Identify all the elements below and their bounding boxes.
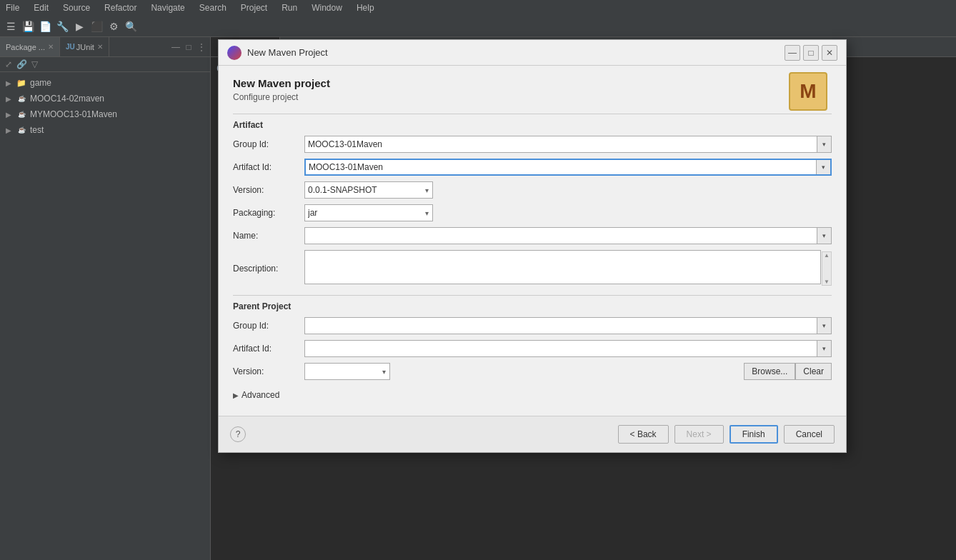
menu-refactor[interactable]: Refactor: [101, 1, 139, 14]
parent-artifact-id-dropdown[interactable]: ▾: [817, 341, 831, 356]
tree-item-mymooc13[interactable]: ▶ ☕ MYMOOC13-01Maven: [0, 106, 210, 122]
dialog-footer: ? < Back Next > Finish Cancel: [219, 416, 846, 452]
menu-project[interactable]: Project: [238, 1, 270, 14]
artifact-packaging-label: Packaging:: [233, 208, 304, 218]
artifact-artifact-id-input[interactable]: ▾: [304, 159, 832, 176]
java-icon-mooc14: ☕: [16, 93, 27, 104]
advanced-section[interactable]: ▶ Advanced: [233, 386, 832, 404]
menu-file[interactable]: File: [3, 1, 22, 14]
tree-label-test: test: [30, 125, 44, 135]
artifact-name-input[interactable]: ▾: [304, 227, 832, 244]
maven-icon-large: M: [789, 72, 832, 115]
back-button[interactable]: < Back: [618, 425, 669, 444]
tree-item-test[interactable]: ▶ ☕ test: [0, 122, 210, 138]
tree-label-mymooc13: MYMOOC13-01Maven: [30, 109, 117, 119]
artifact-artifact-id-row: Artifact Id: ▾: [233, 159, 832, 176]
clear-button[interactable]: Clear: [795, 363, 832, 380]
parent-group-id-field[interactable]: [305, 318, 831, 334]
toolbar-btn-4[interactable]: 🔧: [54, 19, 70, 34]
tab-package-explorer[interactable]: Package ... ✕: [0, 37, 60, 56]
help-button[interactable]: ?: [230, 426, 246, 442]
tab-junit[interactable]: JU JUnit ✕: [60, 37, 109, 56]
artifact-section-label: Artifact: [233, 114, 832, 130]
description-scrollbar[interactable]: ▲ ▼: [822, 251, 832, 286]
tree-item-mooc14[interactable]: ▶ ☕ MOOC14-02maven: [0, 91, 210, 106]
advanced-arrow-icon: ▶: [233, 391, 239, 399]
dialog-subheading: Configure project: [233, 92, 832, 102]
artifact-version-select-wrapper: 0.0.1-SNAPSHOT ▾: [304, 181, 433, 199]
tree-item-game[interactable]: ▶ 📁 game: [0, 75, 210, 91]
parent-group-id-dropdown[interactable]: ▾: [817, 318, 831, 334]
tree-arrow-game: ▶: [6, 79, 14, 87]
view-menu-icon[interactable]: ▽: [29, 59, 40, 70]
panel-maximize-icon[interactable]: □: [183, 41, 194, 53]
toolbar-btn-5[interactable]: ▶: [71, 19, 87, 34]
next-button[interactable]: Next >: [674, 425, 724, 444]
advanced-label: Advanced: [242, 390, 279, 400]
toolbar-btn-7[interactable]: ⚙: [106, 19, 121, 34]
parent-artifact-id-field[interactable]: [305, 341, 831, 356]
java-icon-mymooc13: ☕: [16, 109, 27, 120]
toolbar-btn-3[interactable]: 📄: [37, 19, 53, 34]
menu-bar: File Edit Source Refactor Navigate Searc…: [0, 0, 956, 16]
collapse-all-icon[interactable]: ⤢: [3, 59, 14, 70]
panel-menu-icon[interactable]: ⋮: [196, 41, 207, 53]
artifact-name-label: Name:: [233, 231, 304, 241]
finish-button[interactable]: Finish: [730, 425, 778, 444]
menu-window[interactable]: Window: [309, 1, 345, 14]
menu-edit[interactable]: Edit: [31, 1, 51, 14]
dialog-maximize-btn[interactable]: □: [803, 45, 819, 61]
parent-project-section-label: Parent Project: [233, 295, 832, 311]
ide-background: File Edit Source Refactor Navigate Searc…: [0, 0, 956, 560]
artifact-version-row: Version: 0.0.1-SNAPSHOT ▾: [233, 181, 832, 199]
project-tree: ▶ 📁 game ▶ ☕ MOOC14-02maven ▶ ☕ MYMOOC13…: [0, 72, 210, 141]
parent-group-id-label: Group Id:: [233, 321, 304, 331]
link-editor-icon[interactable]: 🔗: [16, 59, 27, 70]
artifact-name-dropdown[interactable]: ▾: [817, 228, 831, 244]
panel-action-icons: — □ ⋮: [170, 41, 210, 53]
artifact-description-field[interactable]: [304, 250, 821, 284]
toolbar-btn-2[interactable]: 💾: [20, 19, 36, 34]
dialog-controls: — □ ✕: [785, 45, 837, 61]
panel-tabs: Package ... ✕ JU JUnit ✕ — □ ⋮: [0, 37, 210, 57]
panel-toolbar: ⤢ 🔗 ▽: [0, 57, 210, 72]
toolbar-btn-6[interactable]: ⬛: [89, 19, 104, 34]
parent-version-select-wrapper: ▾: [304, 363, 390, 380]
java-icon-test: ☕: [16, 124, 27, 136]
new-maven-dialog: New Maven Project — □ ✕ M New Maven proj…: [218, 39, 847, 453]
artifact-name-field[interactable]: [305, 228, 831, 244]
menu-help[interactable]: Help: [354, 1, 377, 14]
tab-junit-label: JUnit: [76, 43, 94, 51]
artifact-group-id-label: Group Id:: [233, 139, 304, 149]
artifact-group-id-field[interactable]: [305, 136, 831, 152]
menu-source[interactable]: Source: [60, 1, 93, 14]
tab-junit-close[interactable]: ✕: [97, 43, 103, 51]
parent-group-id-input[interactable]: ▾: [304, 317, 832, 334]
artifact-packaging-select[interactable]: jar war pom: [304, 204, 433, 221]
menu-search[interactable]: Search: [196, 1, 229, 14]
cancel-button[interactable]: Cancel: [784, 425, 835, 444]
artifact-artifact-id-field[interactable]: [306, 160, 830, 174]
artifact-version-label: Version:: [233, 185, 304, 195]
artifact-artifact-id-dropdown[interactable]: ▾: [816, 160, 830, 174]
artifact-group-id-row: Group Id: ▾: [233, 136, 832, 153]
left-panel: Package ... ✕ JU JUnit ✕ — □ ⋮ ⤢ 🔗 ▽ ▶ 📁: [0, 37, 211, 560]
parent-version-label: Version:: [233, 366, 304, 376]
menu-run[interactable]: Run: [279, 1, 300, 14]
menu-navigate[interactable]: Navigate: [148, 1, 187, 14]
toolbar-btn-1[interactable]: ☰: [3, 19, 19, 34]
browse-button[interactable]: Browse...: [744, 363, 795, 380]
artifact-group-id-input[interactable]: ▾: [304, 136, 832, 153]
dialog-content: M New Maven project Configure project Ar…: [219, 66, 846, 416]
dialog-close-btn[interactable]: ✕: [822, 45, 837, 61]
dialog-titlebar: New Maven Project — □ ✕: [219, 40, 846, 66]
artifact-group-id-dropdown[interactable]: ▾: [817, 136, 831, 152]
toolbar-btn-8[interactable]: 🔍: [123, 19, 139, 34]
panel-minimize-icon[interactable]: —: [170, 41, 181, 53]
dialog-minimize-btn[interactable]: —: [785, 45, 800, 61]
artifact-version-select[interactable]: 0.0.1-SNAPSHOT: [304, 181, 433, 199]
tree-arrow-mymooc13: ▶: [6, 111, 14, 119]
parent-version-select[interactable]: [304, 363, 390, 380]
parent-artifact-id-input[interactable]: ▾: [304, 340, 832, 357]
tab-package-close[interactable]: ✕: [48, 43, 54, 51]
